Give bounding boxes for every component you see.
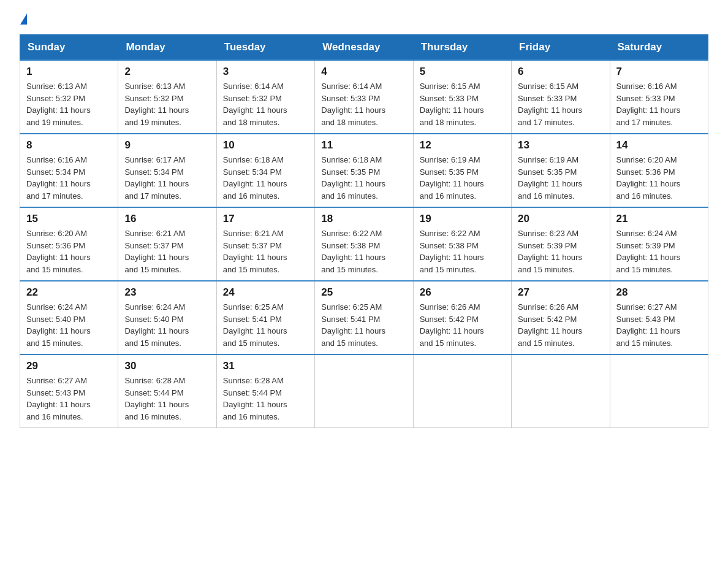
day-number: 14 xyxy=(616,139,702,151)
calendar-cell xyxy=(413,354,511,428)
calendar-cell: 29 Sunrise: 6:27 AM Sunset: 5:43 PM Dayl… xyxy=(20,354,118,428)
calendar-cell: 1 Sunrise: 6:13 AM Sunset: 5:32 PM Dayli… xyxy=(20,60,118,134)
calendar-cell: 20 Sunrise: 6:23 AM Sunset: 5:39 PM Dayl… xyxy=(512,207,610,281)
day-info: Sunrise: 6:27 AM Sunset: 5:43 PM Dayligh… xyxy=(616,301,702,349)
calendar-cell: 6 Sunrise: 6:15 AM Sunset: 5:33 PM Dayli… xyxy=(512,60,610,134)
day-number: 18 xyxy=(321,213,406,225)
logo xyxy=(20,15,27,22)
calendar-cell: 7 Sunrise: 6:16 AM Sunset: 5:33 PM Dayli… xyxy=(610,60,708,134)
day-number: 19 xyxy=(420,213,505,225)
calendar-header-saturday: Saturday xyxy=(610,35,708,61)
calendar-cell: 28 Sunrise: 6:27 AM Sunset: 5:43 PM Dayl… xyxy=(610,281,708,354)
calendar-cell: 25 Sunrise: 6:25 AM Sunset: 5:41 PM Dayl… xyxy=(315,281,413,354)
calendar-cell: 10 Sunrise: 6:18 AM Sunset: 5:34 PM Dayl… xyxy=(216,134,314,207)
day-info: Sunrise: 6:27 AM Sunset: 5:43 PM Dayligh… xyxy=(26,375,112,423)
day-number: 31 xyxy=(223,360,308,372)
page-header xyxy=(20,15,708,22)
calendar-cell: 27 Sunrise: 6:26 AM Sunset: 5:42 PM Dayl… xyxy=(512,281,610,354)
day-info: Sunrise: 6:21 AM Sunset: 5:37 PM Dayligh… xyxy=(223,228,308,275)
day-info: Sunrise: 6:22 AM Sunset: 5:38 PM Dayligh… xyxy=(420,228,505,275)
logo-triangle-icon xyxy=(20,13,27,25)
calendar-cell: 15 Sunrise: 6:20 AM Sunset: 5:36 PM Dayl… xyxy=(20,207,118,281)
day-info: Sunrise: 6:23 AM Sunset: 5:39 PM Dayligh… xyxy=(518,228,603,275)
day-number: 13 xyxy=(518,139,603,151)
day-number: 11 xyxy=(321,139,406,151)
calendar-header-wednesday: Wednesday xyxy=(315,35,413,61)
day-info: Sunrise: 6:16 AM Sunset: 5:34 PM Dayligh… xyxy=(26,154,112,202)
day-number: 7 xyxy=(616,66,702,78)
day-info: Sunrise: 6:26 AM Sunset: 5:42 PM Dayligh… xyxy=(518,301,603,349)
calendar-cell: 18 Sunrise: 6:22 AM Sunset: 5:38 PM Dayl… xyxy=(315,207,413,281)
day-number: 4 xyxy=(321,66,406,78)
calendar-table: SundayMondayTuesdayWednesdayThursdayFrid… xyxy=(20,34,708,428)
day-number: 1 xyxy=(26,66,112,78)
calendar-cell: 26 Sunrise: 6:26 AM Sunset: 5:42 PM Dayl… xyxy=(413,281,511,354)
day-number: 17 xyxy=(223,213,308,225)
day-number: 24 xyxy=(223,286,308,299)
day-info: Sunrise: 6:15 AM Sunset: 5:33 PM Dayligh… xyxy=(518,80,603,128)
day-info: Sunrise: 6:24 AM Sunset: 5:39 PM Dayligh… xyxy=(616,228,702,275)
calendar-cell: 21 Sunrise: 6:24 AM Sunset: 5:39 PM Dayl… xyxy=(610,207,708,281)
day-info: Sunrise: 6:28 AM Sunset: 5:44 PM Dayligh… xyxy=(223,375,308,423)
day-info: Sunrise: 6:18 AM Sunset: 5:35 PM Dayligh… xyxy=(321,154,406,202)
day-info: Sunrise: 6:24 AM Sunset: 5:40 PM Dayligh… xyxy=(124,301,210,349)
day-number: 2 xyxy=(124,66,210,78)
day-info: Sunrise: 6:18 AM Sunset: 5:34 PM Dayligh… xyxy=(223,154,308,202)
calendar-cell: 9 Sunrise: 6:17 AM Sunset: 5:34 PM Dayli… xyxy=(118,134,216,207)
calendar-header-thursday: Thursday xyxy=(413,35,511,61)
calendar-cell: 5 Sunrise: 6:15 AM Sunset: 5:33 PM Dayli… xyxy=(413,60,511,134)
calendar-week-row: 1 Sunrise: 6:13 AM Sunset: 5:32 PM Dayli… xyxy=(20,60,708,134)
day-info: Sunrise: 6:15 AM Sunset: 5:33 PM Dayligh… xyxy=(420,80,505,128)
day-number: 23 xyxy=(124,286,210,299)
day-number: 28 xyxy=(616,286,702,299)
day-info: Sunrise: 6:25 AM Sunset: 5:41 PM Dayligh… xyxy=(223,301,308,349)
day-number: 22 xyxy=(26,286,112,299)
calendar-cell: 31 Sunrise: 6:28 AM Sunset: 5:44 PM Dayl… xyxy=(216,354,314,428)
day-number: 26 xyxy=(420,286,505,299)
day-info: Sunrise: 6:13 AM Sunset: 5:32 PM Dayligh… xyxy=(26,80,112,128)
calendar-cell: 22 Sunrise: 6:24 AM Sunset: 5:40 PM Dayl… xyxy=(20,281,118,354)
calendar-week-row: 29 Sunrise: 6:27 AM Sunset: 5:43 PM Dayl… xyxy=(20,354,708,428)
calendar-cell: 23 Sunrise: 6:24 AM Sunset: 5:40 PM Dayl… xyxy=(118,281,216,354)
calendar-cell: 19 Sunrise: 6:22 AM Sunset: 5:38 PM Dayl… xyxy=(413,207,511,281)
day-info: Sunrise: 6:28 AM Sunset: 5:44 PM Dayligh… xyxy=(124,375,210,423)
calendar-cell xyxy=(315,354,413,428)
day-number: 12 xyxy=(420,139,505,151)
calendar-header-friday: Friday xyxy=(512,35,610,61)
calendar-week-row: 8 Sunrise: 6:16 AM Sunset: 5:34 PM Dayli… xyxy=(20,134,708,207)
day-info: Sunrise: 6:19 AM Sunset: 5:35 PM Dayligh… xyxy=(518,154,603,202)
calendar-header-row: SundayMondayTuesdayWednesdayThursdayFrid… xyxy=(20,35,708,61)
day-info: Sunrise: 6:20 AM Sunset: 5:36 PM Dayligh… xyxy=(616,154,702,202)
day-info: Sunrise: 6:13 AM Sunset: 5:32 PM Dayligh… xyxy=(124,80,210,128)
day-number: 6 xyxy=(518,66,603,78)
calendar-cell: 17 Sunrise: 6:21 AM Sunset: 5:37 PM Dayl… xyxy=(216,207,314,281)
calendar-cell: 24 Sunrise: 6:25 AM Sunset: 5:41 PM Dayl… xyxy=(216,281,314,354)
day-number: 20 xyxy=(518,213,603,225)
calendar-cell: 11 Sunrise: 6:18 AM Sunset: 5:35 PM Dayl… xyxy=(315,134,413,207)
calendar-week-row: 15 Sunrise: 6:20 AM Sunset: 5:36 PM Dayl… xyxy=(20,207,708,281)
calendar-cell: 3 Sunrise: 6:14 AM Sunset: 5:32 PM Dayli… xyxy=(216,60,314,134)
day-info: Sunrise: 6:14 AM Sunset: 5:32 PM Dayligh… xyxy=(223,80,308,128)
day-info: Sunrise: 6:24 AM Sunset: 5:40 PM Dayligh… xyxy=(26,301,112,349)
day-number: 3 xyxy=(223,66,308,78)
day-number: 10 xyxy=(223,139,308,151)
calendar-header-tuesday: Tuesday xyxy=(216,35,314,61)
day-info: Sunrise: 6:16 AM Sunset: 5:33 PM Dayligh… xyxy=(616,80,702,128)
day-number: 16 xyxy=(124,213,210,225)
day-number: 8 xyxy=(26,139,112,151)
day-info: Sunrise: 6:20 AM Sunset: 5:36 PM Dayligh… xyxy=(26,228,112,275)
day-number: 21 xyxy=(616,213,702,225)
day-number: 30 xyxy=(124,360,210,372)
day-info: Sunrise: 6:19 AM Sunset: 5:35 PM Dayligh… xyxy=(420,154,505,202)
day-number: 9 xyxy=(124,139,210,151)
calendar-cell: 12 Sunrise: 6:19 AM Sunset: 5:35 PM Dayl… xyxy=(413,134,511,207)
calendar-cell: 13 Sunrise: 6:19 AM Sunset: 5:35 PM Dayl… xyxy=(512,134,610,207)
day-number: 15 xyxy=(26,213,112,225)
day-info: Sunrise: 6:17 AM Sunset: 5:34 PM Dayligh… xyxy=(124,154,210,202)
day-info: Sunrise: 6:22 AM Sunset: 5:38 PM Dayligh… xyxy=(321,228,406,275)
calendar-cell: 8 Sunrise: 6:16 AM Sunset: 5:34 PM Dayli… xyxy=(20,134,118,207)
day-number: 25 xyxy=(321,286,406,299)
day-number: 29 xyxy=(26,360,112,372)
calendar-cell: 16 Sunrise: 6:21 AM Sunset: 5:37 PM Dayl… xyxy=(118,207,216,281)
calendar-cell xyxy=(610,354,708,428)
